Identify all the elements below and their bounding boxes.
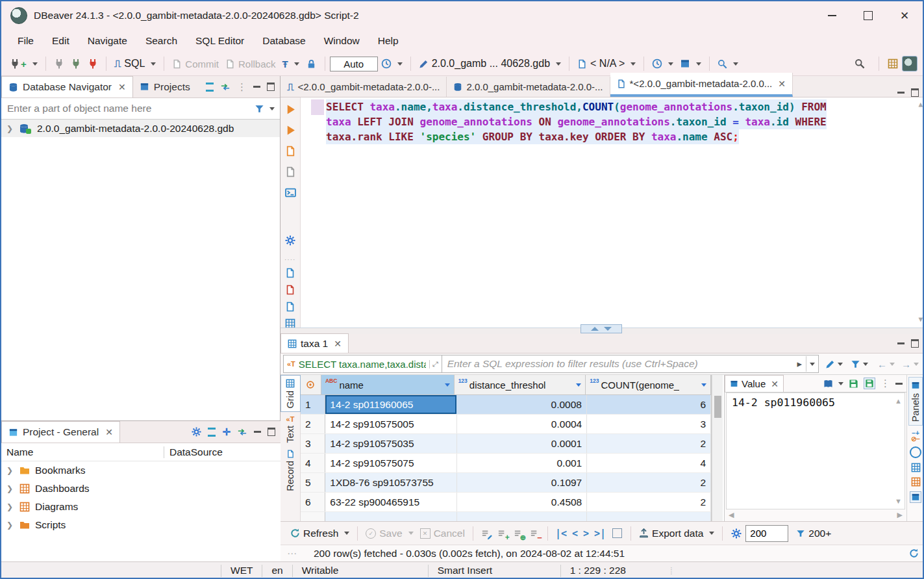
save-button[interactable]: ✓Save (362, 525, 416, 542)
close-tab-icon[interactable]: ✕ (778, 79, 786, 89)
erase-filter-dropdown-icon[interactable] (838, 363, 843, 366)
disconnect-icon[interactable] (54, 58, 64, 69)
cursor-position-status[interactable]: 1 : 229 : 228 (560, 565, 664, 577)
writable-status[interactable]: Writable (292, 565, 428, 577)
grid-row-6[interactable]: 6 63-22 sp900465915 0.4508 2 (301, 493, 711, 512)
menu-navigate[interactable]: Navigate (79, 32, 136, 49)
transaction-log-button[interactable]: Ŧ (279, 56, 303, 72)
presentation-tab-grid[interactable]: Grid (281, 375, 301, 412)
value-text[interactable]: 14-2 sp011960065 (727, 393, 905, 412)
row-number-cell[interactable]: 3 (301, 434, 325, 453)
collapse-all-icon[interactable] (208, 428, 216, 437)
row-number-cell[interactable]: 1 (301, 395, 325, 414)
editor-tab-1[interactable]: ⎍ <2.0.0_gambit-metadata-2.0.0-... (281, 77, 447, 97)
value-format-book-icon[interactable] (823, 379, 833, 389)
window-maximize-button[interactable] (850, 1, 886, 30)
presentation-tab-record[interactable]: Record (285, 446, 295, 495)
cell-distance[interactable]: 0.0008 (456, 395, 587, 414)
splitter-grip[interactable] (581, 324, 622, 333)
sql-editor-button[interactable]: ⎍SQL (111, 55, 160, 72)
execute-new-tab-icon[interactable] (285, 125, 296, 136)
dbeaver-perspective-icon[interactable] (902, 56, 918, 71)
filter-history-dropdown-icon[interactable] (810, 363, 815, 366)
switch-presentation-icon[interactable] (909, 548, 919, 558)
cell-count[interactable]: 2 (587, 493, 711, 511)
apply-filter-icon[interactable]: ▸ (797, 358, 802, 370)
minimize-editor-icon[interactable] (897, 92, 905, 94)
minimize-results-icon[interactable] (897, 342, 905, 344)
script-output-icon[interactable] (285, 302, 295, 312)
database-selector[interactable]: < N/A > (574, 55, 639, 72)
cell-name[interactable]: 14-2 sp011960065 (325, 395, 456, 414)
value-scroll-down-icon[interactable]: ▼ (895, 497, 902, 505)
menu-window[interactable]: Window (316, 32, 368, 49)
grid-row-1[interactable]: 1 14-2 sp011960065 0.0008 6 (301, 395, 711, 415)
sql-console-icon[interactable] (285, 187, 296, 198)
search-menu-button[interactable] (714, 57, 742, 71)
tab-project-general[interactable]: Project - General ✕ (1, 421, 120, 443)
minimize-panel-icon[interactable] (253, 86, 260, 88)
commit-button[interactable]: Commit (169, 56, 222, 72)
language-status[interactable]: en (262, 565, 292, 577)
filters-dropdown-icon[interactable] (863, 363, 868, 366)
transaction-history-button[interactable] (378, 56, 406, 71)
back-dropdown-icon[interactable] (890, 363, 895, 366)
project-item-diagrams[interactable]: ❯ Diagrams (1, 498, 281, 516)
collapse-all-icon[interactable] (206, 83, 214, 92)
fetch-more-label[interactable]: 200+ (808, 528, 831, 539)
window-minimize-button[interactable] (814, 1, 850, 30)
editor-settings-gear-icon[interactable] (285, 235, 295, 246)
editor-scroll-down-icon[interactable]: ▼ (918, 315, 923, 324)
cell-count[interactable]: 2 (587, 434, 711, 453)
menu-search[interactable]: Search (137, 32, 186, 49)
expand-query-icon[interactable]: ⤢ (429, 360, 438, 368)
minimize-value-panel-icon[interactable] (895, 383, 903, 385)
grid-vertical-scrollbar[interactable] (712, 375, 723, 521)
link-with-editor-icon[interactable] (220, 83, 231, 92)
refresh-button[interactable]: Refresh (287, 525, 353, 542)
project-item-dashboards[interactable]: ❯ Dashboards (1, 480, 281, 498)
cell-count[interactable]: 2 (587, 473, 711, 492)
sort-dropdown-icon[interactable] (576, 383, 581, 387)
erase-filter-icon[interactable] (825, 359, 835, 369)
export-result-icon[interactable] (285, 268, 295, 278)
tab-value[interactable]: Value ✕ (725, 375, 784, 392)
object-filter-input[interactable] (1, 99, 252, 118)
collapse-up-icon[interactable] (591, 327, 599, 331)
rollback-button[interactable]: Rollback (222, 56, 279, 72)
close-tab-icon[interactable]: ✕ (105, 427, 113, 437)
results-tab-taxa[interactable]: taxa 1 ✕ (281, 333, 349, 353)
value-horizontal-scrollbar[interactable]: ◀ ▶ (725, 509, 906, 521)
cancel-button[interactable]: ✕Cancel (417, 525, 468, 542)
expander-icon[interactable]: ❯ (6, 466, 14, 475)
add-row-button[interactable]: + (497, 528, 507, 539)
cell-name[interactable]: 63-22 sp900465915 (325, 493, 456, 511)
cell-name[interactable]: 1XD8-76 sp910573755 (325, 473, 456, 492)
history-back-icon[interactable]: ← (877, 359, 887, 370)
cell-distance[interactable]: 0.0004 (457, 415, 588, 433)
editor-results-splitter[interactable] (281, 328, 924, 334)
column-header-distance-threshold[interactable]: 123distance_threshol (455, 375, 586, 394)
minimize-panel-icon[interactable] (254, 431, 261, 433)
row-number-cell[interactable]: 6 (301, 493, 325, 511)
row-number-cell[interactable]: 2 (301, 415, 325, 433)
timezone-status[interactable]: WET (221, 565, 262, 577)
grid-corner-cell[interactable] (301, 375, 321, 394)
last-row-button[interactable]: >| (594, 528, 606, 539)
menu-sql-editor[interactable]: SQL Editor (187, 32, 253, 49)
export-data-button[interactable]: Export data (636, 525, 718, 542)
new-connection-button[interactable]: + (6, 56, 41, 72)
value-panel-toggle-icon[interactable] (911, 493, 920, 502)
dashboard-button[interactable] (649, 56, 677, 71)
quick-search-icon[interactable] (855, 58, 865, 69)
fetch-size-input[interactable] (745, 525, 788, 542)
close-tab-icon[interactable]: ✕ (334, 339, 342, 349)
column-header-name[interactable]: Name (1, 446, 164, 458)
format-dropdown-icon[interactable] (838, 382, 843, 385)
column-header-name[interactable]: ABCname (321, 375, 455, 394)
explain-plan-icon[interactable] (285, 166, 296, 177)
save-value-icon[interactable] (849, 379, 858, 389)
column-header-datasource[interactable]: DataSource (164, 446, 223, 458)
menu-edit[interactable]: Edit (44, 32, 78, 49)
grid-row-4[interactable]: 4 14-2 sp910575075 0.001 4 (301, 454, 711, 473)
